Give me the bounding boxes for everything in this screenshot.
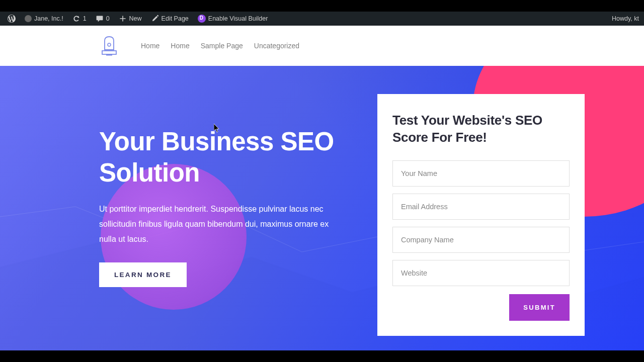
nav-link-sample[interactable]: Sample Page	[201, 42, 243, 50]
visual-builder-label: Enable Visual Builder	[208, 15, 268, 22]
site-header: Home Home Sample Page Uncategorized	[0, 26, 644, 66]
refresh-icon	[72, 15, 80, 23]
name-field[interactable]	[392, 160, 570, 187]
wp-logo-menu[interactable]	[3, 12, 20, 26]
hero-section: Your Business SEO Solution Ut porttitor …	[0, 66, 644, 350]
email-field[interactable]	[392, 194, 570, 220]
primary-nav: Home Home Sample Page Uncategorized	[141, 42, 299, 50]
comments-count: 0	[106, 15, 110, 22]
nav-link-uncategorized[interactable]: Uncategorized	[254, 42, 299, 50]
company-field[interactable]	[392, 227, 570, 253]
hero-description: Ut porttitor imperdiet hendrerit. Suspen…	[99, 202, 341, 246]
new-content-menu[interactable]: New	[114, 12, 146, 26]
hero-content: Your Business SEO Solution Ut porttitor …	[99, 126, 341, 287]
nav-link-home-2[interactable]: Home	[171, 42, 189, 50]
site-name-menu[interactable]: Jane, Inc.!	[20, 12, 68, 26]
plus-icon	[119, 15, 127, 23]
edit-page-label: Edit Page	[162, 15, 189, 22]
wp-admin-bar: Jane, Inc.! 1 0 New Edit Page Enable Vis…	[0, 12, 644, 26]
logo-icon	[101, 36, 118, 56]
comment-icon	[96, 15, 104, 23]
learn-more-button[interactable]: LEARN MORE	[99, 262, 187, 287]
form-title: Test Your Website's SEO Score For Free!	[392, 112, 570, 146]
new-label: New	[129, 15, 142, 22]
svg-rect-1	[106, 54, 112, 56]
submit-button[interactable]: SUBMIT	[509, 294, 570, 321]
edit-page-menu[interactable]: Edit Page	[146, 12, 193, 26]
svg-rect-0	[102, 51, 116, 54]
updates-menu[interactable]: 1	[68, 12, 91, 26]
seo-form-card: Test Your Website's SEO Score For Free! …	[377, 94, 585, 336]
user-greeting[interactable]: Howdy, kt	[612, 15, 641, 22]
divi-icon	[198, 15, 206, 23]
hero-title: Your Business SEO Solution	[99, 126, 341, 189]
divi-builder-menu[interactable]: Enable Visual Builder	[193, 12, 273, 26]
site-icon	[25, 15, 32, 22]
website-field[interactable]	[392, 260, 570, 286]
site-logo[interactable]	[101, 36, 118, 56]
site-name-label: Jane, Inc.!	[34, 15, 63, 22]
pencil-icon	[151, 15, 159, 23]
svg-point-2	[108, 43, 111, 46]
wordpress-icon	[8, 15, 16, 23]
comments-menu[interactable]: 0	[91, 12, 114, 26]
nav-link-home-1[interactable]: Home	[141, 42, 159, 50]
updates-count: 1	[83, 15, 87, 22]
